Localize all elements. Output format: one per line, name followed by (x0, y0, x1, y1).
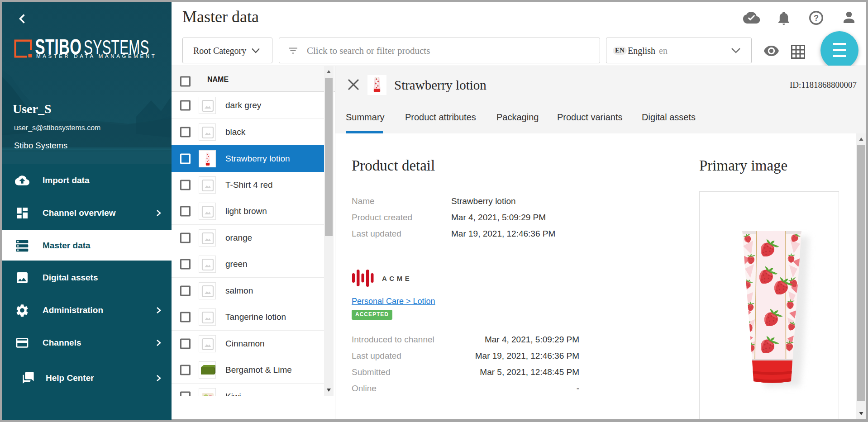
svg-text:ACME: ACME (382, 275, 412, 282)
svg-text:MASTER DATA MANAGEMENT: MASTER DATA MANAGEMENT (36, 53, 156, 59)
svg-text:?: ? (814, 14, 819, 23)
